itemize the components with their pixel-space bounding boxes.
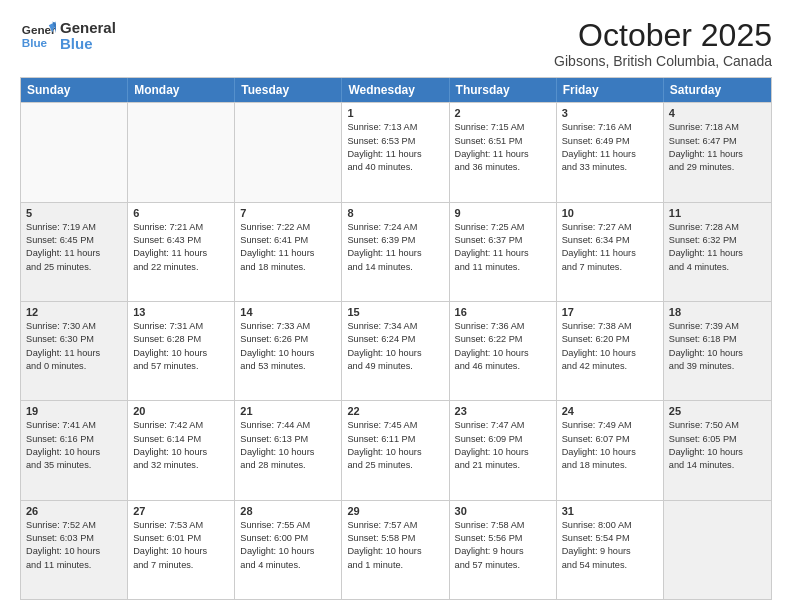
day-number: 1 [347,107,443,119]
cal-cell-day-7: 7Sunrise: 7:22 AM Sunset: 6:41 PM Daylig… [235,203,342,301]
sun-info: Sunrise: 7:52 AM Sunset: 6:03 PM Dayligh… [26,519,122,572]
cal-cell-day-8: 8Sunrise: 7:24 AM Sunset: 6:39 PM Daylig… [342,203,449,301]
calendar-header: SundayMondayTuesdayWednesdayThursdayFrid… [21,78,771,102]
sun-info: Sunrise: 7:57 AM Sunset: 5:58 PM Dayligh… [347,519,443,572]
sun-info: Sunrise: 7:27 AM Sunset: 6:34 PM Dayligh… [562,221,658,274]
day-number: 28 [240,505,336,517]
cal-cell-day-17: 17Sunrise: 7:38 AM Sunset: 6:20 PM Dayli… [557,302,664,400]
day-number: 4 [669,107,766,119]
day-number: 6 [133,207,229,219]
day-number: 30 [455,505,551,517]
logo-text: General Blue [60,20,116,53]
day-number: 14 [240,306,336,318]
day-number: 27 [133,505,229,517]
day-number: 18 [669,306,766,318]
cal-header-cell-friday: Friday [557,78,664,102]
sun-info: Sunrise: 7:31 AM Sunset: 6:28 PM Dayligh… [133,320,229,373]
svg-text:Blue: Blue [22,36,48,49]
main-title: October 2025 [554,18,772,53]
cal-cell-empty-0-2 [235,103,342,201]
title-block: October 2025 Gibsons, British Columbia, … [554,18,772,69]
sun-info: Sunrise: 7:50 AM Sunset: 6:05 PM Dayligh… [669,419,766,472]
cal-cell-day-29: 29Sunrise: 7:57 AM Sunset: 5:58 PM Dayli… [342,501,449,599]
cal-cell-day-24: 24Sunrise: 7:49 AM Sunset: 6:07 PM Dayli… [557,401,664,499]
day-number: 16 [455,306,551,318]
cal-header-cell-wednesday: Wednesday [342,78,449,102]
day-number: 24 [562,405,658,417]
day-number: 7 [240,207,336,219]
sun-info: Sunrise: 7:42 AM Sunset: 6:14 PM Dayligh… [133,419,229,472]
day-number: 26 [26,505,122,517]
sun-info: Sunrise: 7:55 AM Sunset: 6:00 PM Dayligh… [240,519,336,572]
cal-cell-day-26: 26Sunrise: 7:52 AM Sunset: 6:03 PM Dayli… [21,501,128,599]
logo-icon: General Blue [20,18,56,54]
day-number: 22 [347,405,443,417]
sun-info: Sunrise: 7:47 AM Sunset: 6:09 PM Dayligh… [455,419,551,472]
logo-line1: General [60,20,116,37]
sun-info: Sunrise: 7:45 AM Sunset: 6:11 PM Dayligh… [347,419,443,472]
cal-cell-day-5: 5Sunrise: 7:19 AM Sunset: 6:45 PM Daylig… [21,203,128,301]
sun-info: Sunrise: 7:49 AM Sunset: 6:07 PM Dayligh… [562,419,658,472]
sun-info: Sunrise: 7:30 AM Sunset: 6:30 PM Dayligh… [26,320,122,373]
day-number: 13 [133,306,229,318]
sun-info: Sunrise: 7:34 AM Sunset: 6:24 PM Dayligh… [347,320,443,373]
cal-header-cell-tuesday: Tuesday [235,78,342,102]
day-number: 17 [562,306,658,318]
cal-cell-day-11: 11Sunrise: 7:28 AM Sunset: 6:32 PM Dayli… [664,203,771,301]
cal-cell-day-18: 18Sunrise: 7:39 AM Sunset: 6:18 PM Dayli… [664,302,771,400]
cal-header-cell-thursday: Thursday [450,78,557,102]
cal-cell-day-9: 9Sunrise: 7:25 AM Sunset: 6:37 PM Daylig… [450,203,557,301]
subtitle: Gibsons, British Columbia, Canada [554,53,772,69]
cal-cell-day-4: 4Sunrise: 7:18 AM Sunset: 6:47 PM Daylig… [664,103,771,201]
calendar: SundayMondayTuesdayWednesdayThursdayFrid… [20,77,772,600]
sun-info: Sunrise: 7:21 AM Sunset: 6:43 PM Dayligh… [133,221,229,274]
sun-info: Sunrise: 7:22 AM Sunset: 6:41 PM Dayligh… [240,221,336,274]
cal-cell-day-10: 10Sunrise: 7:27 AM Sunset: 6:34 PM Dayli… [557,203,664,301]
day-number: 15 [347,306,443,318]
sun-info: Sunrise: 7:19 AM Sunset: 6:45 PM Dayligh… [26,221,122,274]
day-number: 8 [347,207,443,219]
cal-row-4: 26Sunrise: 7:52 AM Sunset: 6:03 PM Dayli… [21,500,771,599]
cal-row-0: 1Sunrise: 7:13 AM Sunset: 6:53 PM Daylig… [21,102,771,201]
cal-cell-day-14: 14Sunrise: 7:33 AM Sunset: 6:26 PM Dayli… [235,302,342,400]
sun-info: Sunrise: 7:53 AM Sunset: 6:01 PM Dayligh… [133,519,229,572]
day-number: 3 [562,107,658,119]
cal-cell-day-2: 2Sunrise: 7:15 AM Sunset: 6:51 PM Daylig… [450,103,557,201]
day-number: 11 [669,207,766,219]
day-number: 31 [562,505,658,517]
day-number: 20 [133,405,229,417]
cal-cell-day-31: 31Sunrise: 8:00 AM Sunset: 5:54 PM Dayli… [557,501,664,599]
cal-row-2: 12Sunrise: 7:30 AM Sunset: 6:30 PM Dayli… [21,301,771,400]
cal-cell-day-1: 1Sunrise: 7:13 AM Sunset: 6:53 PM Daylig… [342,103,449,201]
day-number: 21 [240,405,336,417]
sun-info: Sunrise: 7:25 AM Sunset: 6:37 PM Dayligh… [455,221,551,274]
cal-header-cell-sunday: Sunday [21,78,128,102]
sun-info: Sunrise: 7:44 AM Sunset: 6:13 PM Dayligh… [240,419,336,472]
sun-info: Sunrise: 7:58 AM Sunset: 5:56 PM Dayligh… [455,519,551,572]
cal-cell-day-16: 16Sunrise: 7:36 AM Sunset: 6:22 PM Dayli… [450,302,557,400]
cal-cell-day-6: 6Sunrise: 7:21 AM Sunset: 6:43 PM Daylig… [128,203,235,301]
day-number: 29 [347,505,443,517]
cal-header-cell-monday: Monday [128,78,235,102]
cal-cell-day-13: 13Sunrise: 7:31 AM Sunset: 6:28 PM Dayli… [128,302,235,400]
sun-info: Sunrise: 8:00 AM Sunset: 5:54 PM Dayligh… [562,519,658,572]
sun-info: Sunrise: 7:18 AM Sunset: 6:47 PM Dayligh… [669,121,766,174]
day-number: 19 [26,405,122,417]
sun-info: Sunrise: 7:39 AM Sunset: 6:18 PM Dayligh… [669,320,766,373]
sun-info: Sunrise: 7:15 AM Sunset: 6:51 PM Dayligh… [455,121,551,174]
logo-line2: Blue [60,36,116,53]
day-number: 2 [455,107,551,119]
sun-info: Sunrise: 7:36 AM Sunset: 6:22 PM Dayligh… [455,320,551,373]
cal-header-cell-saturday: Saturday [664,78,771,102]
cal-cell-day-23: 23Sunrise: 7:47 AM Sunset: 6:09 PM Dayli… [450,401,557,499]
sun-info: Sunrise: 7:13 AM Sunset: 6:53 PM Dayligh… [347,121,443,174]
cal-cell-day-12: 12Sunrise: 7:30 AM Sunset: 6:30 PM Dayli… [21,302,128,400]
cal-cell-day-15: 15Sunrise: 7:34 AM Sunset: 6:24 PM Dayli… [342,302,449,400]
cal-row-3: 19Sunrise: 7:41 AM Sunset: 6:16 PM Dayli… [21,400,771,499]
day-number: 9 [455,207,551,219]
header: General Blue General Blue October 2025 G… [20,18,772,69]
day-number: 5 [26,207,122,219]
cal-cell-day-21: 21Sunrise: 7:44 AM Sunset: 6:13 PM Dayli… [235,401,342,499]
cal-cell-day-28: 28Sunrise: 7:55 AM Sunset: 6:00 PM Dayli… [235,501,342,599]
day-number: 12 [26,306,122,318]
